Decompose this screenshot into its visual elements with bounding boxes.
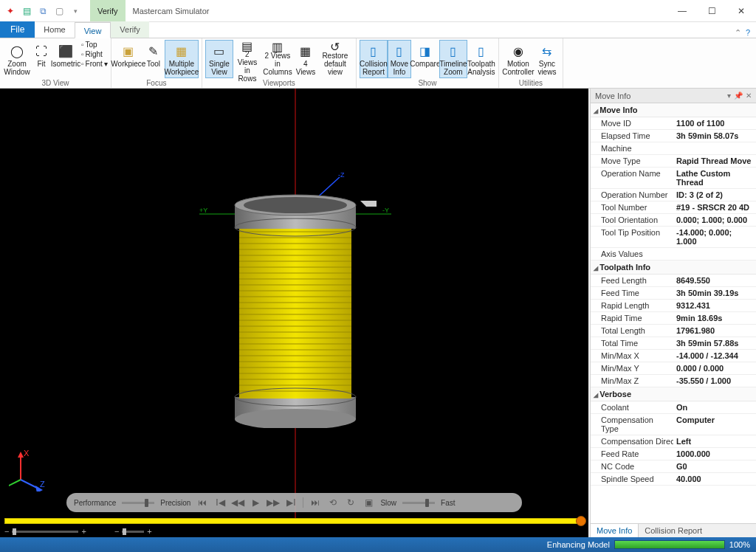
panel-close-icon[interactable]: ✕ [746,92,752,100]
step-fwd-button[interactable]: ▶▶ [267,497,279,508]
zoom-window-button[interactable]: ◯Zoom Window [3,40,31,78]
section-toolpath-info[interactable]: Toolpath Info [591,261,756,275]
compare-button[interactable]: ◨Compare [411,40,439,78]
restore-view-button[interactable]: ↺Restore default view [317,40,353,78]
report-icon: ▯ [365,42,382,60]
panel-title: Move Info ▾ 📌 ✕ [591,89,756,103]
step-back-button[interactable]: ◀◀ [232,497,244,508]
ribbon-collapse-icon[interactable]: ⌃ [735,28,741,38]
right-icon: ▫ [81,49,84,59]
move-info-panel: Move Info ▾ 📌 ✕ Move Info Move ID1100 of… [590,89,756,537]
next-op-button[interactable]: ▶I [285,497,297,508]
group-label-viewports: Viewports [263,79,295,87]
quick-access-toolbar: ✦ ▤ ⧉ ▢ ▾ [0,5,86,17]
sync-views-button[interactable]: ⇆Sync views [535,40,560,78]
playback-bar: Performance Precision ⏮ I◀ ◀◀ ▶ ▶▶ ▶I ⏭ … [66,493,522,512]
performance-slider[interactable] [122,502,154,504]
timeline-zoom-bar: − + − + [4,528,584,535]
view-presets[interactable]: ▫Top ▫Right ▫Front ▾ [80,40,108,69]
precision-label: Precision [160,499,190,507]
single-view-button[interactable]: ▭Single View [205,40,233,78]
minimize-button[interactable]: — [667,0,697,22]
top-icon: ▫ [81,40,84,49]
tab-verify[interactable]: Verify [111,21,149,38]
collision-report-button[interactable]: ▯Collision Report [360,40,388,78]
timeline-icon: ▯ [444,42,462,60]
zoom-slider-2[interactable] [122,531,144,533]
rows-icon: ▤ [238,42,256,50]
tab-view[interactable]: View [75,22,111,38]
svg-marker-43 [360,201,377,207]
prev-op-button[interactable]: I◀ [214,497,226,508]
analysis-icon: ▯ [472,42,490,60]
section-move-info[interactable]: Move Info [591,103,756,117]
speed-slider[interactable] [402,502,435,504]
svg-point-40 [244,197,347,213]
isometric-button[interactable]: ⬛Isometric [52,40,80,78]
property-list[interactable]: Move Info Move ID1100 of 1100 Elapsed Ti… [591,103,756,523]
2rows-button[interactable]: ▤2 Views in Rows [233,40,261,78]
titlebar: ✦ ▤ ⧉ ▢ ▾ Verify Mastercam Simulator — ☐… [0,0,756,22]
loop-button[interactable]: ⟲ [327,497,339,508]
svg-rect-9 [239,227,351,399]
tool-button[interactable]: ✎Tool [142,40,165,78]
move-info-button[interactable]: ▯Move Info [388,40,411,78]
ribbon-help-icon[interactable]: ? [746,28,750,38]
fit-button[interactable]: ⛶Fit [31,40,52,78]
panel-dropdown-icon[interactable]: ▾ [727,92,731,100]
close-button[interactable]: ✕ [726,0,756,22]
main-area: +Y -Y -Z +Z [0,89,756,537]
svg-line-48 [21,480,38,489]
panel-tabs: Move Info Collision Report [591,523,756,537]
maximize-button[interactable]: ☐ [697,0,726,22]
zoom-out-icon[interactable]: − [4,527,9,536]
group-show: ▯Collision Report ▯Move Info ◨Compare ▯T… [357,38,499,88]
ribbon: ◯Zoom Window ⛶Fit ⬛Isometric ▫Top ▫Right… [0,38,756,89]
qat-dropdown-icon[interactable]: ▾ [69,5,81,17]
slow-label: Slow [380,499,396,507]
zoom-slider-1[interactable] [12,531,78,533]
workpiece-button[interactable]: ▣Workpiece [114,40,142,78]
restart-button[interactable]: ↻ [345,497,357,508]
svg-text:-Y: -Y [382,207,389,214]
group-label-show: Show [418,79,436,87]
group-label-utilities: Utilities [519,79,543,87]
app-icon: ✦ [4,5,16,17]
group-label-3dview: 3D View [41,79,69,87]
qat-icon-1[interactable]: ▤ [21,5,32,17]
toolpath-analysis-button[interactable]: ▯Toolpath Analysis [467,40,495,78]
tool-icon: ✎ [145,42,162,60]
contextual-tab-label: Verify [90,0,126,21]
restore-icon: ↺ [326,42,344,52]
goto-end-button[interactable]: ⏭ [309,497,321,508]
zoom-in-icon[interactable]: + [81,527,86,536]
timeline[interactable] [4,518,584,524]
timeline-zoom-button[interactable]: ▯Timeline Zoom [439,40,467,78]
stop-button[interactable]: ▣ [362,497,374,508]
4views-button[interactable]: ▦4 Views [294,40,317,78]
zoom-out-icon-2[interactable]: − [114,527,119,536]
ribbon-tabs: File Home View Verify ⌃ ? [0,22,756,38]
panel-tab-collision-report[interactable]: Collision Report [639,524,708,537]
group-viewports: ▭Single View ▤2 Views in Rows ▥2 Views i… [202,38,357,88]
section-verbose[interactable]: Verbose [591,387,756,401]
qat-icon-2[interactable]: ⧉ [37,5,49,17]
tab-home[interactable]: Home [35,21,74,38]
2cols-button[interactable]: ▥2 Views in Columns [261,40,294,78]
play-button[interactable]: ▶ [250,497,261,508]
svg-text:+Y: +Y [199,207,207,214]
zoom-icon: ◯ [8,42,26,60]
tab-file[interactable]: File [0,21,35,38]
multiple-workpiece-button[interactable]: ▦Multiple Workpiece [165,40,199,78]
panel-tab-move-info[interactable]: Move Info [591,524,639,537]
3d-viewport[interactable]: +Y -Y -Z +Z [0,89,590,537]
panel-pin-icon[interactable]: 📌 [734,92,743,100]
qat-icon-3[interactable]: ▢ [53,5,65,17]
status-label: Enhancing Model [547,540,610,549]
svg-text:Z: Z [40,480,45,489]
motion-controller-button[interactable]: ◉Motion Controller [502,40,535,78]
zoom-in-icon-2[interactable]: + [147,527,151,536]
compare-icon: ◨ [416,42,434,60]
timeline-end-handle[interactable] [576,516,586,526]
goto-start-button[interactable]: ⏮ [196,497,208,508]
